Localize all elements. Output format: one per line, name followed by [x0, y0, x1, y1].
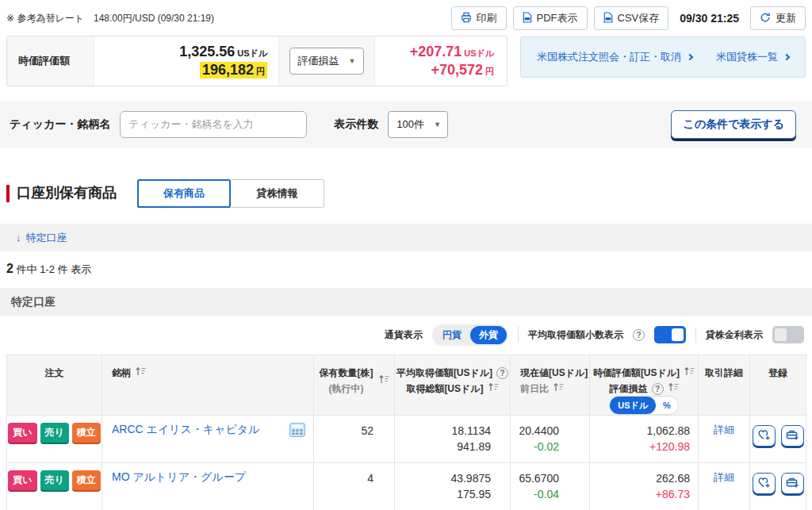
refresh-icon — [760, 12, 771, 25]
briefcase-plus-icon — [786, 477, 799, 491]
add-to-portfolio-button[interactable] — [781, 425, 804, 447]
col-header-detail: 取引詳細 — [699, 355, 750, 416]
profit-loss-values: +207.71USドル +70,572円 — [375, 36, 507, 86]
toggle-knob — [775, 328, 787, 341]
col-header-value: 時価評価額[USドル] 評価損益? USドル % — [590, 355, 699, 416]
col-header-name: 銘柄 — [102, 355, 314, 416]
printer-icon — [461, 12, 472, 25]
help-icon[interactable]: ? — [633, 329, 645, 341]
holdings-table: 注文 銘柄 保有数量[株](執行中) 平均取得価額[USドル]? 取得総額[US… — [6, 355, 806, 510]
pdf-view-button[interactable]: PDF表示 — [513, 6, 588, 30]
ticker-search-input[interactable] — [120, 111, 307, 138]
toolbar-actions: 印刷 PDF表示 CSV保存 09/30 21:25 更新 — [451, 6, 806, 30]
currency-toggle-group: 円貨 外貨 — [432, 324, 508, 346]
quantity-cell: 52 — [314, 416, 395, 463]
account-jump-band: ↓ 特定口座 — [0, 224, 812, 251]
filter-bar: ティッカー・銘柄名 表示件数 100件 ▼ この条件で表示する — [0, 101, 812, 148]
down-arrow-icon: ↓ — [16, 232, 21, 243]
accumulate-button[interactable]: 積立 — [72, 470, 101, 490]
divider — [695, 327, 696, 343]
buy-button[interactable]: 買い — [8, 423, 36, 443]
detail-cell: 詳細 — [699, 416, 750, 463]
tab-stock-lending[interactable]: 貸株情報 — [231, 179, 324, 208]
pl-jpy: +70,572円 — [431, 62, 494, 79]
unit-percent-option[interactable]: % — [656, 397, 678, 415]
detail-link[interactable]: 詳細 — [714, 424, 734, 435]
result-count-line: 2 件中 1-2 件 表示 — [6, 262, 806, 277]
display-controls: 通貨表示 円貨 外貨 平均取得価額小数表示 ? 貸株金利表示 — [8, 324, 804, 345]
apply-filter-button[interactable]: この条件で表示する — [671, 110, 796, 139]
valuation-summary: 時価評価額 1,325.56USドル 196,182円 評価損益 ▼ +207.… — [6, 36, 806, 86]
help-icon[interactable]: ? — [652, 383, 664, 395]
page-title: 口座別保有商品 — [6, 185, 117, 202]
buy-button[interactable]: 買い — [8, 470, 36, 490]
col-header-price: 現在値[USドル] 前日比 — [511, 355, 590, 416]
col-header-order: 注文 — [7, 355, 102, 416]
print-button[interactable]: 印刷 — [451, 6, 507, 30]
stock-name-link[interactable]: ARCC エイリス・キャピタル — [112, 423, 260, 437]
avg-price-decimal-label: 平均取得価額小数表示 — [528, 328, 623, 342]
sort-icon[interactable] — [684, 365, 695, 381]
dropdown-caret-icon: ▼ — [434, 121, 441, 128]
stock-cell: MO アルトリア・グループ — [102, 463, 314, 510]
heart-plus-icon — [757, 429, 771, 443]
briefcase-plus-icon — [786, 429, 799, 443]
add-to-portfolio-button[interactable] — [781, 473, 804, 494]
dropdown-caret-icon: ▼ — [349, 57, 356, 65]
pdf-file-icon — [523, 12, 532, 25]
stock-lending-list-link[interactable]: 米国貸株一覧 — [716, 50, 789, 64]
valuation-label: 時価評価額 — [7, 36, 94, 86]
avg-price-decimal-toggle[interactable] — [654, 326, 686, 343]
unit-usd-option[interactable]: USドル — [610, 397, 656, 415]
tab-holdings[interactable]: 保有商品 — [137, 179, 231, 208]
top-toolbar: ※ 参考為替レート 148.00円/USD (09/30 21:19) 印刷 P… — [0, 0, 812, 30]
valuation-usd: 1,325.56USドル — [179, 44, 267, 60]
order-inquiry-link[interactable]: 米国株式注文照会・訂正・取消 — [537, 50, 692, 64]
col-header-qty: 保有数量[株](執行中) — [314, 355, 395, 416]
ticker-label: ティッカー・銘柄名 — [10, 117, 110, 132]
current-price-cell: 20.4400 -0.02 — [511, 416, 590, 463]
table-row: 買い 売り 積立 ARCC エイリス・キャピタル 52 18.1134 941.… — [7, 416, 806, 463]
calculator-icon[interactable] — [289, 423, 305, 439]
lending-rate-toggle[interactable] — [772, 326, 804, 343]
detail-link[interactable]: 詳細 — [714, 471, 734, 483]
metric-dropdown[interactable]: 評価損益 ▼ — [289, 48, 365, 75]
related-links-box: 米国株式注文照会・訂正・取消 米国貸株一覧 — [520, 36, 806, 78]
add-to-favorites-button[interactable] — [753, 425, 776, 447]
display-count-select[interactable]: 100件 ▼ — [388, 111, 448, 138]
metric-select-cell: 評価損益 ▼ — [278, 36, 375, 86]
table-row: 買い 売り 積立 MO アルトリア・グループ 4 43.9875 175.95 … — [7, 463, 806, 510]
result-count: 2 — [6, 262, 13, 275]
fx-rate-note: ※ 参考為替レート 148.00円/USD (09/30 21:19) — [6, 12, 214, 25]
refresh-button[interactable]: 更新 — [750, 6, 806, 30]
currency-option-usd[interactable]: 外貨 — [470, 326, 507, 344]
sell-button[interactable]: 売り — [40, 423, 69, 443]
stock-name-link[interactable]: MO アルトリア・グループ — [112, 470, 246, 485]
sort-icon[interactable] — [668, 381, 679, 397]
display-count-label: 表示件数 — [334, 117, 378, 132]
sort-icon[interactable] — [488, 381, 499, 397]
csv-save-button[interactable]: CSV保存 — [594, 6, 669, 30]
holdings-section-header: 口座別保有商品 保有商品 貸株情報 — [6, 179, 806, 208]
jump-to-specific-account-link[interactable]: ↓ 特定口座 — [16, 231, 67, 245]
avg-price-cell: 18.1134 941.89 — [395, 416, 511, 463]
sort-icon[interactable] — [378, 373, 389, 389]
accumulate-button[interactable]: 積立 — [72, 423, 101, 443]
sort-icon[interactable] — [135, 365, 146, 381]
value-unit-toggle: USドル % — [609, 396, 679, 416]
add-to-favorites-button[interactable] — [753, 473, 776, 494]
col-header-register: 登録 — [750, 355, 806, 416]
csv-file-icon — [603, 12, 613, 25]
market-value-cell: 1,062.88 +120.98 — [590, 416, 699, 463]
register-cell — [750, 416, 806, 463]
detail-cell: 詳細 — [699, 463, 750, 510]
order-cell: 買い 売り 積立 — [7, 463, 102, 510]
sort-icon[interactable] — [553, 381, 564, 397]
currency-option-jpy[interactable]: 円貨 — [434, 326, 470, 344]
quantity-cell: 4 — [314, 463, 395, 510]
help-icon[interactable]: ? — [496, 367, 508, 379]
lending-rate-label: 貸株金利表示 — [706, 328, 763, 342]
table-header-row: 注文 銘柄 保有数量[株](執行中) 平均取得価額[USドル]? 取得総額[US… — [7, 355, 806, 416]
toggle-knob — [672, 328, 684, 341]
sell-button[interactable]: 売り — [40, 470, 69, 490]
